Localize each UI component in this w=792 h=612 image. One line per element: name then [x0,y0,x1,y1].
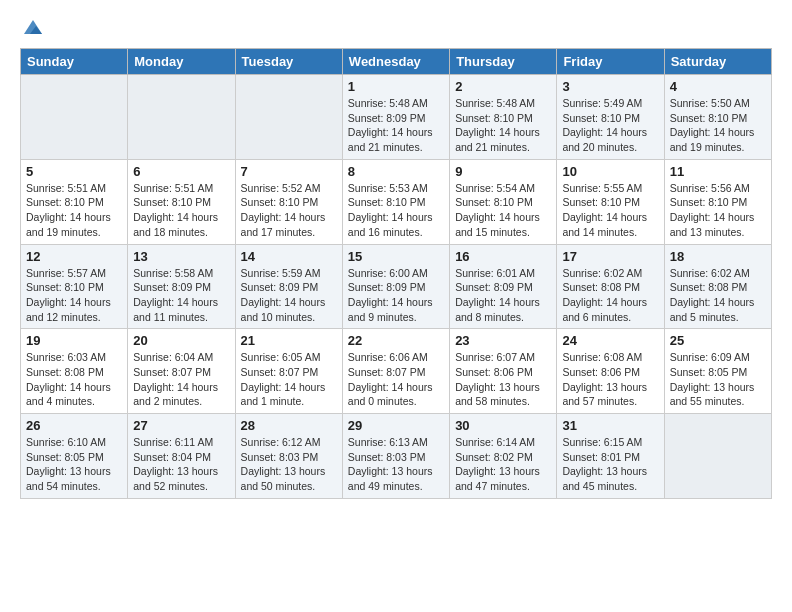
calendar-day-cell [21,75,128,160]
day-info: Sunrise: 6:05 AMSunset: 8:07 PMDaylight:… [241,350,337,409]
calendar-day-cell: 18Sunrise: 6:02 AMSunset: 8:08 PMDayligh… [664,244,771,329]
calendar-day-cell: 27Sunrise: 6:11 AMSunset: 8:04 PMDayligh… [128,414,235,499]
header [20,16,772,40]
calendar-day-cell [664,414,771,499]
calendar-day-cell: 25Sunrise: 6:09 AMSunset: 8:05 PMDayligh… [664,329,771,414]
day-info: Sunrise: 6:14 AMSunset: 8:02 PMDaylight:… [455,435,551,494]
day-number: 11 [670,164,766,179]
day-number: 27 [133,418,229,433]
calendar-day-cell: 3Sunrise: 5:49 AMSunset: 8:10 PMDaylight… [557,75,664,160]
calendar-day-cell: 21Sunrise: 6:05 AMSunset: 8:07 PMDayligh… [235,329,342,414]
day-info: Sunrise: 6:06 AMSunset: 8:07 PMDaylight:… [348,350,444,409]
day-info: Sunrise: 5:52 AMSunset: 8:10 PMDaylight:… [241,181,337,240]
day-info: Sunrise: 5:51 AMSunset: 8:10 PMDaylight:… [26,181,122,240]
day-info: Sunrise: 6:12 AMSunset: 8:03 PMDaylight:… [241,435,337,494]
day-info: Sunrise: 6:04 AMSunset: 8:07 PMDaylight:… [133,350,229,409]
calendar-table: SundayMondayTuesdayWednesdayThursdayFrid… [20,48,772,499]
day-number: 23 [455,333,551,348]
calendar-day-cell: 6Sunrise: 5:51 AMSunset: 8:10 PMDaylight… [128,159,235,244]
day-number: 14 [241,249,337,264]
day-info: Sunrise: 6:01 AMSunset: 8:09 PMDaylight:… [455,266,551,325]
calendar-day-cell: 4Sunrise: 5:50 AMSunset: 8:10 PMDaylight… [664,75,771,160]
day-number: 21 [241,333,337,348]
calendar-day-cell: 19Sunrise: 6:03 AMSunset: 8:08 PMDayligh… [21,329,128,414]
calendar-day-cell: 14Sunrise: 5:59 AMSunset: 8:09 PMDayligh… [235,244,342,329]
calendar-day-cell [128,75,235,160]
calendar-week-row: 12Sunrise: 5:57 AMSunset: 8:10 PMDayligh… [21,244,772,329]
calendar-day-header: Sunday [21,49,128,75]
calendar-week-row: 26Sunrise: 6:10 AMSunset: 8:05 PMDayligh… [21,414,772,499]
day-number: 26 [26,418,122,433]
day-info: Sunrise: 5:54 AMSunset: 8:10 PMDaylight:… [455,181,551,240]
calendar-day-cell: 8Sunrise: 5:53 AMSunset: 8:10 PMDaylight… [342,159,449,244]
day-number: 12 [26,249,122,264]
day-number: 5 [26,164,122,179]
day-number: 29 [348,418,444,433]
day-info: Sunrise: 6:10 AMSunset: 8:05 PMDaylight:… [26,435,122,494]
calendar-day-cell: 24Sunrise: 6:08 AMSunset: 8:06 PMDayligh… [557,329,664,414]
calendar-day-header: Saturday [664,49,771,75]
day-info: Sunrise: 6:00 AMSunset: 8:09 PMDaylight:… [348,266,444,325]
day-info: Sunrise: 6:08 AMSunset: 8:06 PMDaylight:… [562,350,658,409]
calendar-day-cell: 17Sunrise: 6:02 AMSunset: 8:08 PMDayligh… [557,244,664,329]
calendar-day-header: Wednesday [342,49,449,75]
day-number: 18 [670,249,766,264]
day-info: Sunrise: 6:11 AMSunset: 8:04 PMDaylight:… [133,435,229,494]
day-info: Sunrise: 6:13 AMSunset: 8:03 PMDaylight:… [348,435,444,494]
calendar-day-cell: 15Sunrise: 6:00 AMSunset: 8:09 PMDayligh… [342,244,449,329]
calendar-day-cell: 22Sunrise: 6:06 AMSunset: 8:07 PMDayligh… [342,329,449,414]
day-number: 13 [133,249,229,264]
day-info: Sunrise: 5:51 AMSunset: 8:10 PMDaylight:… [133,181,229,240]
calendar-week-row: 5Sunrise: 5:51 AMSunset: 8:10 PMDaylight… [21,159,772,244]
day-number: 15 [348,249,444,264]
calendar-day-cell: 30Sunrise: 6:14 AMSunset: 8:02 PMDayligh… [450,414,557,499]
day-info: Sunrise: 5:56 AMSunset: 8:10 PMDaylight:… [670,181,766,240]
day-number: 19 [26,333,122,348]
day-number: 24 [562,333,658,348]
day-info: Sunrise: 5:58 AMSunset: 8:09 PMDaylight:… [133,266,229,325]
day-number: 8 [348,164,444,179]
calendar-week-row: 19Sunrise: 6:03 AMSunset: 8:08 PMDayligh… [21,329,772,414]
calendar-header-row: SundayMondayTuesdayWednesdayThursdayFrid… [21,49,772,75]
calendar-day-cell: 23Sunrise: 6:07 AMSunset: 8:06 PMDayligh… [450,329,557,414]
day-info: Sunrise: 5:57 AMSunset: 8:10 PMDaylight:… [26,266,122,325]
day-info: Sunrise: 5:48 AMSunset: 8:09 PMDaylight:… [348,96,444,155]
calendar-day-cell: 1Sunrise: 5:48 AMSunset: 8:09 PMDaylight… [342,75,449,160]
calendar-day-cell: 20Sunrise: 6:04 AMSunset: 8:07 PMDayligh… [128,329,235,414]
day-number: 25 [670,333,766,348]
day-info: Sunrise: 6:09 AMSunset: 8:05 PMDaylight:… [670,350,766,409]
calendar-day-cell: 12Sunrise: 5:57 AMSunset: 8:10 PMDayligh… [21,244,128,329]
day-number: 9 [455,164,551,179]
calendar-day-cell: 28Sunrise: 6:12 AMSunset: 8:03 PMDayligh… [235,414,342,499]
day-info: Sunrise: 5:48 AMSunset: 8:10 PMDaylight:… [455,96,551,155]
day-info: Sunrise: 5:50 AMSunset: 8:10 PMDaylight:… [670,96,766,155]
day-number: 28 [241,418,337,433]
day-number: 10 [562,164,658,179]
day-number: 31 [562,418,658,433]
day-info: Sunrise: 5:59 AMSunset: 8:09 PMDaylight:… [241,266,337,325]
day-info: Sunrise: 6:03 AMSunset: 8:08 PMDaylight:… [26,350,122,409]
day-number: 3 [562,79,658,94]
calendar-day-cell: 9Sunrise: 5:54 AMSunset: 8:10 PMDaylight… [450,159,557,244]
calendar-day-cell: 16Sunrise: 6:01 AMSunset: 8:09 PMDayligh… [450,244,557,329]
day-info: Sunrise: 6:15 AMSunset: 8:01 PMDaylight:… [562,435,658,494]
day-info: Sunrise: 5:53 AMSunset: 8:10 PMDaylight:… [348,181,444,240]
day-number: 2 [455,79,551,94]
calendar-day-header: Thursday [450,49,557,75]
calendar-day-cell: 10Sunrise: 5:55 AMSunset: 8:10 PMDayligh… [557,159,664,244]
logo-icon [22,16,44,38]
day-number: 30 [455,418,551,433]
day-number: 20 [133,333,229,348]
day-info: Sunrise: 6:07 AMSunset: 8:06 PMDaylight:… [455,350,551,409]
calendar-day-cell: 7Sunrise: 5:52 AMSunset: 8:10 PMDaylight… [235,159,342,244]
day-number: 6 [133,164,229,179]
day-number: 16 [455,249,551,264]
page: SundayMondayTuesdayWednesdayThursdayFrid… [0,0,792,515]
calendar-day-cell: 2Sunrise: 5:48 AMSunset: 8:10 PMDaylight… [450,75,557,160]
day-info: Sunrise: 6:02 AMSunset: 8:08 PMDaylight:… [670,266,766,325]
day-number: 17 [562,249,658,264]
calendar-day-cell: 26Sunrise: 6:10 AMSunset: 8:05 PMDayligh… [21,414,128,499]
calendar-day-cell: 11Sunrise: 5:56 AMSunset: 8:10 PMDayligh… [664,159,771,244]
calendar-day-cell: 31Sunrise: 6:15 AMSunset: 8:01 PMDayligh… [557,414,664,499]
calendar-day-header: Tuesday [235,49,342,75]
